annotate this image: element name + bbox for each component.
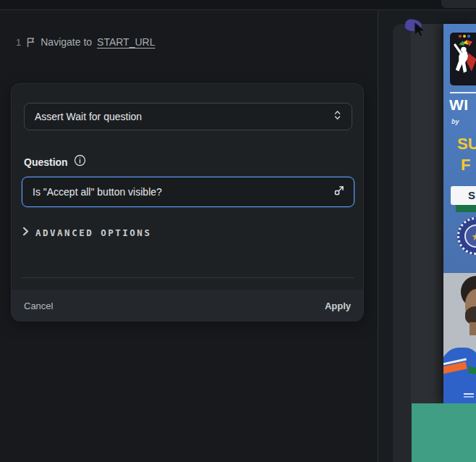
top-header-strip [0,0,476,10]
player-neck [469,322,476,335]
logo-dot [467,35,470,38]
card-footer: Cancel Apply [12,290,363,322]
ad-cta-label-fragment: S [468,189,475,201]
ad-promo-text-line1: SU [457,135,476,154]
steps-panel: 1 Navigate to START_URL Assert Wait for … [0,10,378,462]
step-target-link[interactable]: START_URL [97,36,155,48]
action-type-value: Assert Wait for question [35,111,142,122]
logo-dot [459,35,462,38]
batsman-logo-icon [450,33,476,85]
expand-icon[interactable] [333,185,345,199]
ad-promo-text-line2: F [461,156,470,175]
ad-headline-text: WI [449,96,469,114]
ad-divider-line [450,92,476,93]
step-action-label: Navigate to [41,36,92,48]
ad-cta-button: S [451,186,476,205]
ad-cta-shadow [456,205,476,212]
step-item-navigate[interactable]: 1 Navigate to START_URL [16,36,155,48]
apply-button[interactable]: Apply [325,301,351,311]
card-divider [21,277,354,278]
select-chevrons-icon [333,109,341,124]
chevron-right-icon [22,226,29,239]
advanced-options-label: ADVANCED OPTIONS [35,227,151,238]
header-tab-fragment [441,0,476,8]
emblem-inner-disc: ★ [464,224,476,248]
step-editor-card: Assert Wait for question Question [11,83,364,321]
cancel-button[interactable]: Cancel [24,301,53,311]
ad-overlay-clipped: WI by SU F S ★ [443,24,476,403]
step-number: 1 [16,37,21,48]
bcci-emblem-icon: ★ [457,217,476,255]
action-type-select[interactable]: Assert Wait for question [24,103,352,130]
app-window: 1 Navigate to START_URL Assert Wait for … [0,0,476,462]
question-input[interactable]: Is "Accept all" button visible? [22,177,354,207]
jersey-micro-text [464,393,474,395]
cricketer-photo [443,273,476,403]
advanced-options-toggle[interactable]: ADVANCED OPTIONS [22,226,151,239]
question-input-value: Is "Accept all" button visible? [33,186,162,198]
player-jersey [443,348,476,403]
info-icon[interactable] [74,154,86,169]
logo-dot [463,35,466,38]
cookie-banner-clipped[interactable] [412,403,476,462]
question-label: Question [24,156,68,168]
flag-icon [26,37,35,48]
cursor-icon [412,22,427,41]
question-label-row: Question [24,154,86,169]
star-icon: ★ [471,231,476,242]
ad-byline-text: by [451,118,459,125]
